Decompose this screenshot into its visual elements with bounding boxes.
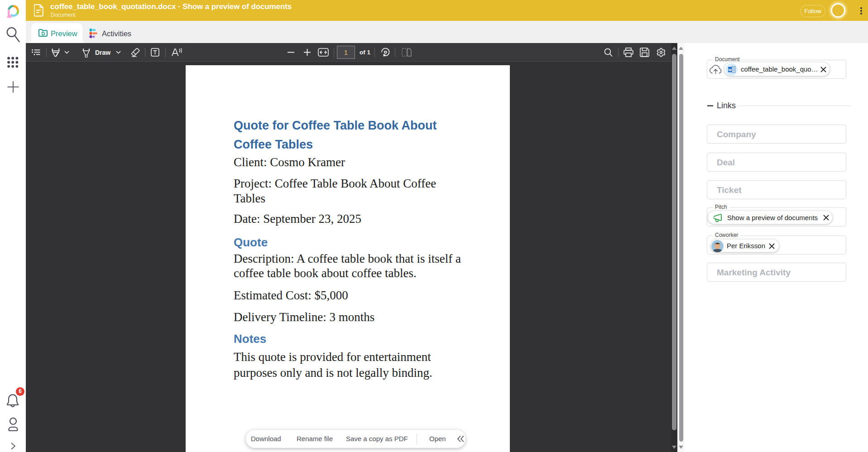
- svg-text:W: W: [728, 68, 732, 72]
